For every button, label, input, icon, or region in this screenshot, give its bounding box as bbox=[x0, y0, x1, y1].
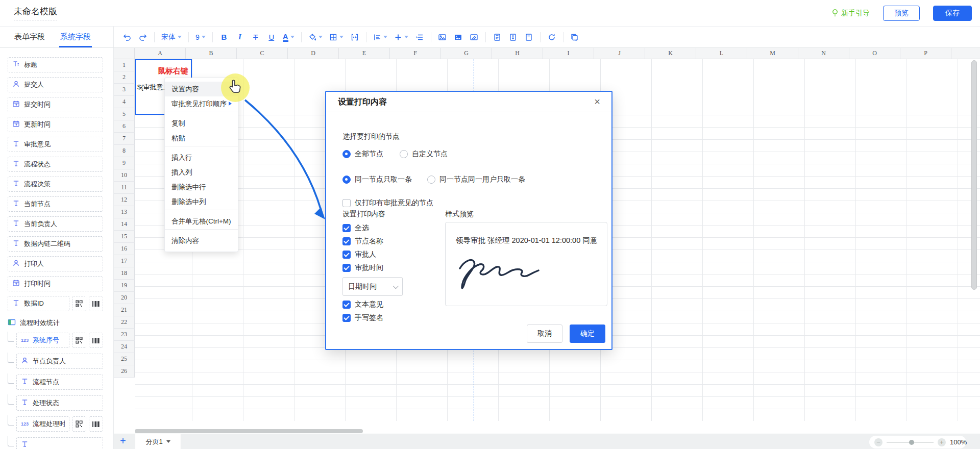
confirm-button[interactable]: 确定 bbox=[570, 325, 605, 343]
radio-option[interactable]: 同一节点只取一条 bbox=[342, 176, 412, 184]
column-header[interactable]: K bbox=[645, 48, 696, 59]
row-header[interactable]: 16 bbox=[114, 243, 135, 255]
zoom-slider[interactable] bbox=[887, 442, 934, 443]
column-header[interactable]: D bbox=[288, 48, 339, 59]
column-header[interactable]: H bbox=[492, 48, 543, 59]
content-checkbox[interactable]: 审批人 bbox=[342, 251, 383, 259]
row-header[interactable]: 7 bbox=[114, 133, 135, 145]
field-item[interactable]: 当前节点 bbox=[8, 196, 103, 212]
qr-code-button[interactable] bbox=[72, 296, 86, 311]
only-opinion-checkbox[interactable]: 仅打印有审批意见的节点 bbox=[342, 199, 433, 207]
row-header[interactable]: 21 bbox=[114, 304, 135, 316]
context-menu-item[interactable]: 合并单元格(Ctrl+M) bbox=[165, 214, 238, 230]
qr-code-button[interactable] bbox=[72, 333, 86, 348]
select-all-corner[interactable] bbox=[114, 48, 135, 59]
column-header[interactable]: A bbox=[135, 48, 186, 59]
field-item[interactable]: 流程决策 bbox=[8, 177, 103, 192]
barcode-button[interactable] bbox=[89, 333, 103, 348]
field-item[interactable]: 审批意见 bbox=[8, 137, 103, 152]
zoom-slider-thumb[interactable] bbox=[909, 440, 914, 445]
page-settings-button[interactable] bbox=[493, 31, 502, 43]
copy-style-button[interactable] bbox=[570, 31, 579, 43]
field-item[interactable]: 提交时间 bbox=[8, 97, 103, 112]
vertical-scrollbar[interactable] bbox=[971, 60, 977, 290]
context-menu-item[interactable]: 删除选中列 bbox=[165, 194, 238, 210]
document-title[interactable]: 未命名模版 bbox=[14, 6, 57, 20]
row-header[interactable]: 6 bbox=[114, 120, 135, 133]
text-wrap-button[interactable] bbox=[415, 31, 424, 43]
bold-button[interactable]: B bbox=[219, 31, 229, 43]
row-header[interactable]: 4 bbox=[114, 96, 135, 108]
field-item[interactable]: 123 流程处理时长 bbox=[16, 416, 69, 432]
content-checkbox[interactable]: 节点名称 bbox=[342, 237, 383, 245]
row-header[interactable]: 9 bbox=[114, 157, 135, 169]
row-header[interactable]: 14 bbox=[114, 218, 135, 231]
column-header[interactable]: L bbox=[696, 48, 747, 59]
field-item[interactable]: 标题 bbox=[8, 57, 103, 72]
font-size-select[interactable]: 9 bbox=[195, 31, 206, 43]
row-header[interactable]: 5 bbox=[114, 108, 135, 120]
row-header[interactable]: 19 bbox=[114, 280, 135, 292]
context-menu-item[interactable]: 插入列 bbox=[165, 165, 238, 180]
horizontal-align-button[interactable] bbox=[373, 31, 387, 43]
column-header[interactable]: F bbox=[390, 48, 441, 59]
row-header[interactable]: 17 bbox=[114, 255, 135, 267]
column-header[interactable]: B bbox=[186, 48, 237, 59]
font-color-button[interactable]: A bbox=[283, 31, 295, 43]
context-menu-item[interactable]: 粘贴 bbox=[165, 131, 238, 146]
qr-code-button[interactable] bbox=[72, 416, 86, 432]
fill-color-button[interactable] bbox=[308, 31, 323, 43]
field-item[interactable]: 数据ID bbox=[8, 296, 69, 311]
field-item[interactable] bbox=[16, 437, 103, 449]
field-item[interactable]: 处理状态 bbox=[16, 395, 103, 411]
field-item[interactable]: 打印时间 bbox=[8, 276, 103, 291]
watermark-button[interactable] bbox=[470, 31, 479, 43]
radio-option[interactable]: 同一节点同一用户只取一条 bbox=[427, 176, 525, 184]
row-header[interactable]: 13 bbox=[114, 206, 135, 218]
barcode-button[interactable] bbox=[89, 416, 103, 432]
beginner-guide-link[interactable]: 新手引导 bbox=[831, 9, 870, 18]
content-checkbox[interactable]: 文本意见 bbox=[342, 301, 383, 309]
undo-button[interactable] bbox=[122, 31, 132, 43]
field-item[interactable]: 打印人 bbox=[8, 256, 103, 271]
field-item[interactable]: 节点负责人 bbox=[16, 354, 103, 369]
image-fill-button[interactable] bbox=[454, 31, 463, 43]
context-menu-item[interactable]: 删除选中行 bbox=[165, 180, 238, 194]
page-margin-button[interactable] bbox=[524, 31, 533, 43]
save-button[interactable]: 保存 bbox=[933, 6, 972, 21]
content-checkbox[interactable]: 全选 bbox=[342, 224, 383, 232]
row-header[interactable]: 3 bbox=[114, 84, 135, 96]
field-item[interactable]: 数据内链二维码 bbox=[8, 236, 103, 252]
refresh-button[interactable] bbox=[547, 31, 556, 43]
tab[interactable]: 系统字段 bbox=[59, 27, 92, 47]
row-header[interactable]: 11 bbox=[114, 182, 135, 194]
sheet-tab[interactable]: 分页1 bbox=[135, 434, 181, 449]
column-header[interactable]: C bbox=[237, 48, 288, 59]
tab[interactable]: 表单字段 bbox=[13, 27, 46, 47]
zoom-out-button[interactable]: − bbox=[874, 438, 883, 446]
column-header[interactable]: N bbox=[798, 48, 849, 59]
horizontal-scrollbar[interactable] bbox=[135, 429, 363, 433]
insert-image-button[interactable] bbox=[438, 31, 447, 43]
context-menu-item[interactable]: 插入行 bbox=[165, 150, 238, 165]
add-sheet-button[interactable]: + bbox=[120, 435, 126, 447]
radio-option[interactable]: 全部节点 bbox=[342, 150, 383, 158]
row-header[interactable]: 12 bbox=[114, 194, 135, 206]
cancel-button[interactable]: 取消 bbox=[527, 325, 562, 343]
italic-button[interactable]: I bbox=[235, 31, 244, 43]
insert-button[interactable] bbox=[394, 31, 408, 43]
column-header[interactable]: I bbox=[543, 48, 594, 59]
content-checkbox[interactable]: 手写签名 bbox=[342, 314, 383, 322]
row-header[interactable]: 10 bbox=[114, 169, 135, 182]
font-family-select[interactable]: 宋体 bbox=[161, 31, 182, 43]
row-header[interactable]: 15 bbox=[114, 231, 135, 243]
merge-cells-button[interactable] bbox=[350, 31, 359, 43]
zoom-in-button[interactable]: + bbox=[938, 438, 946, 446]
close-icon[interactable]: × bbox=[591, 95, 603, 108]
redo-button[interactable] bbox=[138, 31, 148, 43]
barcode-button[interactable] bbox=[89, 296, 103, 311]
row-header[interactable]: 20 bbox=[114, 292, 135, 304]
row-header[interactable]: 25 bbox=[114, 353, 135, 365]
row-header[interactable]: 23 bbox=[114, 329, 135, 341]
row-header[interactable]: 18 bbox=[114, 267, 135, 280]
